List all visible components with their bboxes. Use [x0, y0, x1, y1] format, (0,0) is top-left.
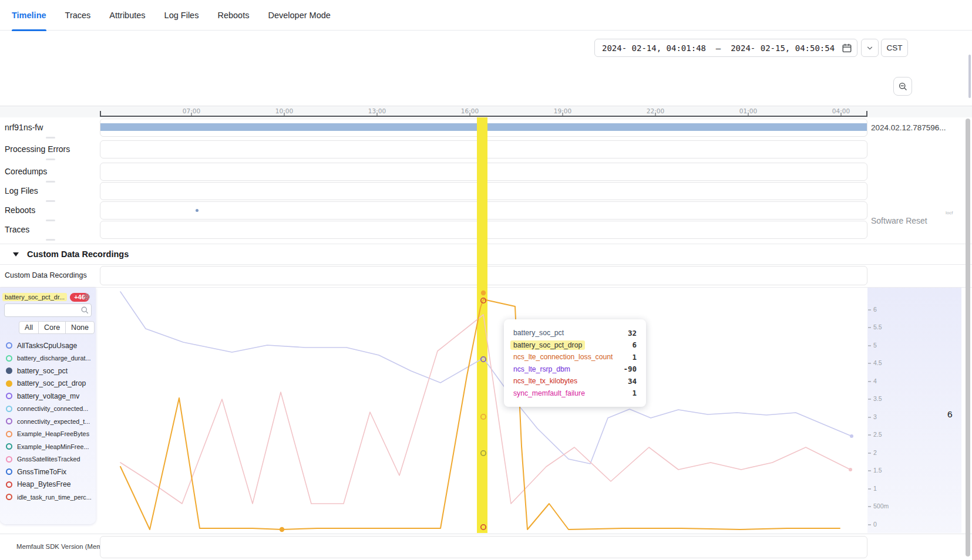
y-tick-label: 2 — [873, 449, 877, 456]
row-label-log-files: Log Files — [0, 182, 97, 200]
legend-marker-icon — [6, 494, 12, 500]
tooltip-row-ncs-lte-rsrp-dbm: ncs_lte_rsrp_dbm-90 — [513, 363, 637, 376]
y-tick-mark — [868, 453, 871, 454]
legend-marker-icon — [6, 355, 12, 362]
hover-point-marker — [481, 525, 486, 529]
legend-item-battery-discharge-durat[interactable]: battery_discharge_durat... — [0, 352, 96, 365]
legend-item-example-heapminfree[interactable]: Example_HeapMinFree... — [0, 440, 96, 453]
y-tick-mark — [868, 506, 871, 507]
tab-reboots[interactable]: Reboots — [217, 0, 249, 31]
time-tick-label: 01:00 — [739, 107, 757, 114]
legend-filter-group: AllCoreNone — [19, 321, 95, 334]
hover-point-marker — [481, 414, 486, 419]
legend-marker-icon — [6, 481, 12, 488]
legend-item-battery-soc-pct-drop[interactable]: battery_soc_pct_drop — [0, 377, 96, 390]
filter-button-none[interactable]: None — [65, 321, 95, 334]
y-tick-label: 2.5 — [873, 431, 882, 438]
row-label-traces: Traces — [0, 221, 97, 239]
date-range-dropdown-button[interactable] — [861, 39, 879, 57]
filter-button-all[interactable]: All — [19, 321, 39, 334]
search-icon — [80, 306, 89, 315]
series-end-dot — [849, 468, 852, 471]
legend-item-connectivity-expected-t[interactable]: connectivity_expected_t... — [0, 415, 96, 428]
sdk-version-row-track[interactable] — [100, 536, 867, 558]
collapse-triangle-icon[interactable] — [13, 252, 19, 257]
chart-tooltip: battery_soc_pct32battery_soc_pct_drop6nc… — [504, 319, 646, 407]
legend-marker-icon — [6, 456, 12, 463]
series-line-battery-soc-pct — [120, 292, 852, 464]
legend-item-label: Example_HeapMinFree... — [17, 443, 89, 450]
tab-timeline[interactable]: Timeline — [12, 0, 46, 31]
y-tick-label: 6 — [873, 306, 877, 313]
y-tick-label: 500m — [873, 502, 889, 510]
y-tick-label: 0 — [873, 521, 877, 528]
legend-item-gnsstimetofix[interactable]: GnssTimeToFix — [0, 465, 96, 478]
tooltip-metric-label: ncs_lte_rsrp_dbm — [513, 365, 570, 373]
tooltip-metric-value: 1 — [632, 389, 637, 397]
tooltip-row-ncs-lte-connection-loss-count: ncs_lte_connection_loss_count1 — [513, 351, 637, 363]
row-label-coredumps: Coredumps — [0, 163, 97, 181]
legend-item-idle-task-run-time-perc[interactable]: idle_task_run_time_perc... — [0, 491, 96, 504]
zoom-out-button[interactable] — [893, 77, 912, 96]
y-tick-mark — [868, 470, 871, 471]
legend-item-example-heapfreebytes[interactable]: Example_HeapFreeBytes — [0, 428, 96, 441]
metric-search-input[interactable] — [4, 303, 92, 317]
cdr-row-label: Custom Data Recordings — [0, 265, 97, 285]
legend-item-label: battery_voltage_mv — [17, 392, 79, 400]
legend-item-heap-bytesfree[interactable]: Heap_BytesFree — [0, 478, 96, 491]
legend-item-label: AllTasksCpuUsage — [17, 342, 77, 350]
legend-item-label: GnssSatellitesTracked — [17, 456, 80, 463]
legend-item-connectivity-connected[interactable]: connectivity_connected... — [0, 403, 96, 416]
y-tick-mark — [868, 381, 871, 382]
chart-series-svg — [100, 288, 867, 533]
series-end-dot — [850, 434, 853, 438]
zoom-out-icon — [898, 82, 908, 92]
tooltip-metric-label: ncs_lte_connection_loss_count — [513, 353, 613, 361]
legend-marker-icon — [6, 406, 12, 412]
hover-point-marker — [481, 291, 486, 295]
reboot-event-marker[interactable] — [196, 209, 199, 212]
y-tick-label: 4.5 — [873, 359, 882, 366]
legend-item-battery-voltage-mv[interactable]: battery_voltage_mv — [0, 390, 96, 403]
legend-scrollbar[interactable] — [968, 55, 971, 98]
tab-log-files[interactable]: Log Files — [164, 0, 199, 31]
y-tick-label: 1.5 — [873, 467, 882, 474]
tooltip-metric-label: battery_soc_pct — [513, 329, 564, 337]
legend-item-label: GnssTimeToFix — [17, 468, 66, 476]
tab-developer-mode[interactable]: Developer Mode — [268, 0, 330, 31]
legend-marker-icon — [6, 393, 12, 399]
row-right-label-nrf91ns-fw: 2024.02.12.787596... — [871, 123, 959, 132]
y-tick-mark — [868, 417, 871, 418]
legend-item-label: Example_HeapFreeBytes — [17, 430, 89, 437]
chevron-down-icon — [866, 44, 874, 52]
timezone-button[interactable]: CST — [881, 39, 908, 57]
tab-traces[interactable]: Traces — [65, 0, 91, 31]
vertical-scrollbar[interactable] — [966, 119, 970, 556]
chart-y-axis-panel: 6 65.554.543.532.521.51500m0 — [867, 288, 961, 533]
section-title: Custom Data Recordings — [27, 249, 129, 259]
legend-item-battery-soc-pct[interactable]: battery_soc_pct — [0, 365, 96, 377]
y-tick-label: 5.5 — [873, 323, 882, 330]
gear-icon[interactable] — [82, 292, 91, 301]
date-range-input[interactable]: 2024- 02-14, 04:01:48 – 2024- 02-15, 04:… — [594, 39, 857, 57]
legend-item-label: battery_soc_pct — [17, 367, 68, 375]
legend-marker-icon — [6, 418, 12, 424]
timezone-label: CST — [887, 43, 903, 52]
filter-button-core[interactable]: Core — [38, 321, 66, 334]
tooltip-metric-label: sync_memfault_failure — [513, 389, 585, 397]
legend-item-gnsssatellitestracked[interactable]: GnssSatellitesTracked — [0, 453, 96, 466]
legend-item-alltaskscpuusage[interactable]: AllTasksCpuUsage — [0, 339, 96, 352]
hover-point-marker — [280, 527, 284, 532]
series-line-battery-soc-pct-drop — [120, 299, 840, 529]
hover-point-marker — [481, 451, 486, 456]
legend-item-label: battery_soc_pct_drop — [17, 379, 86, 387]
locf-note: locf — [946, 210, 953, 215]
y-tick-label: 3 — [873, 413, 877, 420]
date-range-value: 2024- 02-14, 04:01:48 – 2024- 02-15, 04:… — [602, 43, 842, 53]
tab-attributes[interactable]: Attributes — [109, 0, 145, 31]
legend-marker-icon — [6, 443, 12, 450]
legend-item-label: Heap_BytesFree — [17, 480, 70, 488]
calendar-icon[interactable] — [842, 43, 852, 53]
selected-metric-pill[interactable]: battery_soc_pct_dr... — [2, 293, 67, 301]
y-tick-mark — [868, 488, 871, 490]
